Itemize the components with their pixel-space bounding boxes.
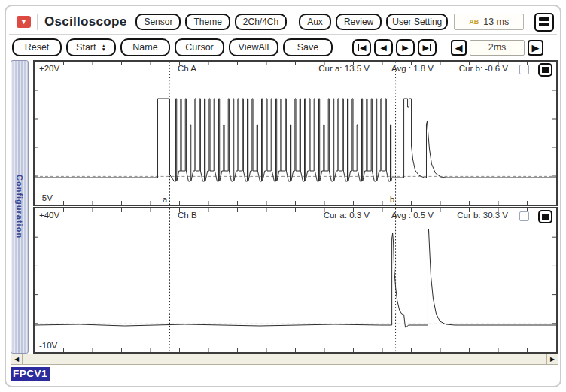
channel-mode-button[interactable]: 2Ch/4Ch bbox=[235, 14, 287, 30]
user-setting-button[interactable]: User Setting bbox=[386, 14, 448, 30]
channel-b-display-button[interactable] bbox=[538, 210, 552, 223]
sensor-button[interactable]: Sensor bbox=[135, 14, 181, 30]
timebase-decrease-button[interactable]: ◀ bbox=[451, 40, 467, 56]
toolbar-divider bbox=[9, 34, 557, 35]
channel-b-cursor-a-readout: Cur a: 0.3 V bbox=[324, 211, 370, 220]
filled-square-icon bbox=[542, 214, 549, 220]
name-button[interactable]: Name bbox=[120, 38, 170, 56]
first-icon bbox=[358, 44, 360, 51]
delta-time-value: 13 ms bbox=[483, 17, 509, 27]
divider bbox=[37, 14, 38, 30]
timebase-increase-button[interactable]: ▶ bbox=[528, 40, 543, 56]
channel-a-avg-readout: Avg : 1.8 V bbox=[391, 64, 434, 73]
cursor-b-tag[interactable]: b bbox=[390, 195, 394, 204]
channel-a-checkbox[interactable] bbox=[519, 65, 529, 74]
menu-bar-icon bbox=[539, 23, 549, 26]
review-button[interactable]: Review bbox=[336, 14, 382, 30]
configuration-tab[interactable]: Configuration bbox=[11, 60, 29, 354]
panel-toggle-button[interactable] bbox=[534, 13, 554, 32]
channel-a-cursor-a-readout: Cur a: 13.5 V bbox=[318, 64, 370, 73]
channel-a-cursor-b-readout: Cur b: -0.6 V bbox=[459, 64, 508, 73]
channel-b-plot[interactable]: +40V -10V Ch B Cur a: 0.3 V Avg : 0.5 V … bbox=[33, 207, 558, 354]
channel-a-plot[interactable]: +20V -5V Ch A Cur a: 13.5 V Avg : 1.8 V … bbox=[33, 60, 558, 206]
scroll-right-button[interactable]: ▶ bbox=[546, 354, 558, 364]
start-button[interactable]: Start ▲▼ bbox=[66, 38, 116, 56]
cursor-a-tag[interactable]: a bbox=[163, 195, 167, 204]
scrollbar-track[interactable] bbox=[23, 354, 546, 364]
channel-a-vmax-label: +20V bbox=[39, 64, 59, 73]
channel-b-checkbox[interactable] bbox=[519, 211, 529, 221]
channel-a-waveform bbox=[35, 62, 556, 205]
oscilloscope-window: ▼ Oscilloscope Sensor Theme 2Ch/4Ch Aux … bbox=[0, 0, 566, 392]
first-record-button[interactable]: ◀ bbox=[352, 39, 371, 56]
channel-b-avg-readout: Avg : 0.5 V bbox=[391, 211, 434, 220]
delta-ab-icon: AB bbox=[469, 18, 479, 26]
channel-b-vmin-label: -10V bbox=[39, 341, 57, 350]
channel-b-name: Ch B bbox=[178, 211, 197, 220]
last-record-button[interactable]: ▶ bbox=[418, 39, 437, 56]
toolbar-second: Reset Start ▲▼ Name Cursor ViewAll Save … bbox=[12, 36, 554, 59]
configuration-tab-label: Configuration bbox=[15, 175, 24, 239]
cursor-button[interactable]: Cursor bbox=[175, 38, 224, 56]
filled-square-icon bbox=[542, 67, 549, 73]
page-title: Oscilloscope bbox=[44, 14, 126, 29]
cursor-delta-time-display: AB 13 ms bbox=[454, 14, 524, 30]
aux-button[interactable]: Aux bbox=[299, 14, 331, 30]
save-button[interactable]: Save bbox=[283, 38, 333, 56]
menu-bar-icon bbox=[539, 17, 549, 21]
channel-a-display-button[interactable] bbox=[538, 63, 552, 77]
file-name-label[interactable]: FPCV1 bbox=[11, 367, 50, 381]
channel-a-vmin-label: -5V bbox=[39, 193, 53, 202]
app-menu-icon[interactable]: ▼ bbox=[17, 16, 31, 28]
timebase-group: ◀ 2ms ▶ bbox=[451, 40, 543, 56]
toolbar-top: ▼ Oscilloscope Sensor Theme 2Ch/4Ch Aux … bbox=[12, 11, 554, 33]
app-frame: ▼ Oscilloscope Sensor Theme 2Ch/4Ch Aux … bbox=[5, 5, 561, 387]
scroll-left-button[interactable]: ◀ bbox=[11, 354, 23, 364]
channel-b-waveform bbox=[35, 208, 556, 352]
channel-a-name: Ch A bbox=[178, 64, 196, 73]
last-icon bbox=[430, 44, 432, 51]
start-spinner-icon[interactable]: ▲▼ bbox=[101, 44, 105, 52]
viewall-button[interactable]: ViewAll bbox=[229, 38, 278, 56]
theme-button[interactable]: Theme bbox=[185, 14, 230, 30]
record-nav-group: ◀ ◀ ▶ ▶ bbox=[352, 39, 437, 56]
channel-b-cursor-b-readout: Cur b: 30.3 V bbox=[457, 211, 508, 220]
channel-b-vmax-label: +40V bbox=[39, 211, 59, 220]
reset-button[interactable]: Reset bbox=[12, 38, 62, 56]
prev-record-button[interactable]: ◀ bbox=[374, 39, 393, 56]
next-record-button[interactable]: ▶ bbox=[396, 39, 415, 56]
timebase-value: 2ms bbox=[470, 40, 525, 56]
status-bar: FPCV1 bbox=[11, 366, 50, 381]
horizontal-scrollbar[interactable]: ◀ ▶ bbox=[11, 354, 558, 365]
